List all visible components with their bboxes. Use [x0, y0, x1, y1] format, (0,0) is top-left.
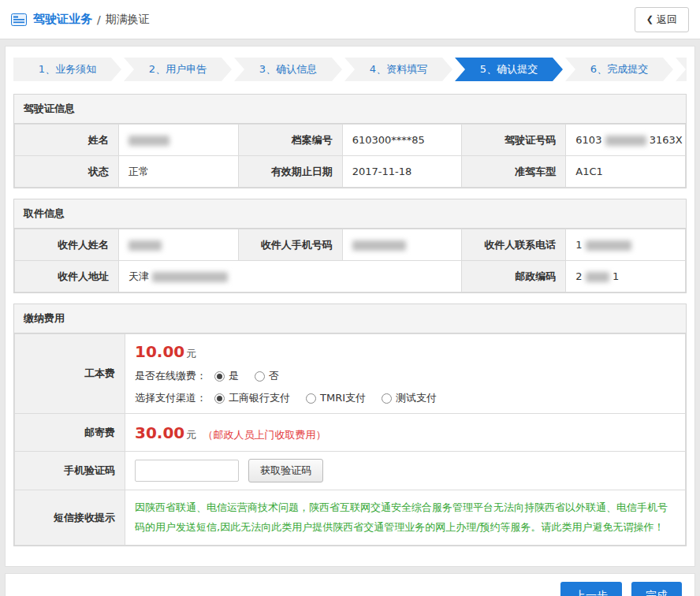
- pickup-info-table: 收件人姓名 收件人手机号码 收件人联系电话 1 收件人地址 天津 邮政编码 2: [14, 229, 686, 292]
- step-tab-6[interactable]: 6、完成提交: [565, 58, 673, 81]
- radio-checked-icon: [214, 371, 225, 382]
- field-value-file-no: 610300****85: [342, 125, 462, 156]
- sms-code-input[interactable]: [135, 460, 239, 482]
- field-value-expiry: 2017-11-18: [342, 156, 462, 188]
- radio-label: 工商银行支付: [229, 391, 290, 405]
- field-label-recipient-tel: 收件人联系电话: [462, 229, 566, 261]
- page-title: 驾驶证业务: [33, 12, 92, 27]
- redacted-recipient-tel: [586, 240, 631, 251]
- main-panel: 1、业务须知 2、用户申告 3、确认信息 4、资料填写 5、确认提交 6、完成提…: [5, 46, 695, 567]
- radio-online-pay-yes[interactable]: 是: [214, 369, 239, 383]
- get-code-button[interactable]: 获取验证码: [248, 459, 323, 482]
- step-tab-1[interactable]: 1、业务须知: [13, 58, 121, 81]
- postcode-suffix: 1: [612, 270, 619, 282]
- field-label-fee: 工本费: [15, 334, 125, 414]
- field-label-name: 姓名: [15, 125, 119, 156]
- topbar: 驾驶证业务 / 期满换证 ❮ 返回: [0, 0, 700, 39]
- online-pay-label: 是否在线缴费：: [135, 369, 207, 383]
- footer-bar: 上一步 完成: [5, 573, 695, 596]
- fee-amount-line: 10.00元: [135, 342, 676, 361]
- license-no-suffix: 3163X: [650, 134, 683, 146]
- recipient-tel-prefix: 1: [575, 239, 582, 251]
- field-label-vehicle-class: 准驾车型: [462, 156, 566, 188]
- field-label-captcha: 手机验证码: [15, 452, 125, 490]
- table-row: 邮寄费 30.00元 （邮政人员上门收取费用）: [15, 414, 686, 452]
- table-row: 收件人地址 天津 邮政编码 2 1: [15, 261, 686, 292]
- table-row: 短信接收提示 因陕西省联通、电信运营商技术问题，陕西省互联网交通安全综合服务管理…: [15, 490, 686, 546]
- redacted-address: [152, 272, 228, 282]
- captcha-cell: 获取验证码: [125, 452, 686, 490]
- table-row: 手机验证码 获取验证码: [15, 452, 686, 490]
- table-row: 收件人姓名 收件人手机号码 收件人联系电话 1: [15, 229, 686, 261]
- radio-label: TMRI支付: [320, 391, 366, 405]
- field-value-recipient-name: [119, 229, 239, 261]
- radio-channel-test[interactable]: 测试支付: [382, 391, 437, 405]
- field-label-expiry: 有效期止日期: [238, 156, 342, 188]
- field-label-recipient-name: 收件人姓名: [15, 229, 119, 261]
- payment-table: 工本费 10.00元 是否在线缴费： 是 否: [14, 333, 686, 546]
- field-value-status: 正常: [119, 156, 239, 188]
- page: { "header": { "title": "驾驶证业务", "separat…: [0, 0, 700, 596]
- field-label-postage: 邮寄费: [15, 414, 125, 452]
- back-button[interactable]: ❮ 返回: [635, 7, 689, 32]
- postage-note: （邮政人员上门收取费用）: [203, 429, 326, 441]
- field-label-status: 状态: [15, 156, 119, 188]
- section-pickup-info: 取件信息 收件人姓名 收件人手机号码 收件人联系电话 1 收件人地址 天津: [13, 199, 687, 293]
- postage-cell: 30.00元 （邮政人员上门收取费用）: [125, 414, 686, 452]
- radio-channel-tmri[interactable]: TMRI支付: [306, 391, 366, 405]
- license-info-table: 姓名 档案编号 610300****85 驾驶证号码 6103 3163X 状态…: [14, 124, 686, 188]
- radio-label: 是: [229, 369, 239, 383]
- fee-cell: 10.00元 是否在线缴费： 是 否 选择支: [125, 334, 686, 414]
- step-label: 4、资料填写: [370, 62, 427, 76]
- radio-online-pay-no[interactable]: 否: [255, 369, 279, 383]
- field-label-sms-tip: 短信接收提示: [15, 490, 125, 546]
- field-value-postcode: 2 1: [566, 261, 686, 292]
- prev-step-button[interactable]: 上一步: [560, 582, 622, 596]
- field-value-address: 天津: [119, 261, 462, 292]
- section-title: 取件信息: [14, 199, 686, 229]
- postcode-prefix: 2: [575, 270, 582, 282]
- step-tab-2[interactable]: 2、用户申告: [124, 58, 232, 81]
- step-tab-5-active[interactable]: 5、确认提交: [455, 58, 563, 81]
- steps-bar: 1、业务须知 2、用户申告 3、确认信息 4、资料填写 5、确认提交 6、完成提…: [13, 58, 687, 81]
- redacted-license-no: [605, 136, 646, 146]
- table-row: 状态 正常 有效期止日期 2017-11-18 准驾车型 A1C1: [15, 156, 686, 188]
- field-label-license-no: 驾驶证号码: [462, 125, 566, 156]
- step-label: 6、完成提交: [590, 62, 648, 76]
- radio-unchecked-icon: [306, 393, 316, 404]
- finish-button[interactable]: 完成: [631, 582, 682, 596]
- section-license-info: 驾驶证信息 姓名 档案编号 610300****85 驾驶证号码 6103 31…: [13, 94, 687, 188]
- step-tab-3[interactable]: 3、确认信息: [234, 58, 342, 81]
- section-title: 驾驶证信息: [14, 95, 686, 124]
- step-label: 2、用户申告: [149, 62, 207, 76]
- field-label-file-no: 档案编号: [238, 125, 342, 156]
- online-pay-row: 是否在线缴费： 是 否: [135, 369, 676, 383]
- license-business-icon: [11, 13, 27, 26]
- field-label-postcode: 邮政编码: [462, 261, 566, 292]
- fee-amount: 10.00: [135, 342, 184, 361]
- back-button-label: 返回: [657, 13, 677, 27]
- pay-channel-row: 选择支付渠道： 工商银行支付 TMRI支付 测试支付: [135, 391, 676, 405]
- field-value-license-no: 6103 3163X: [566, 125, 686, 156]
- section-payment: 缴纳费用 工本费 10.00元 是否在线缴费： 是: [13, 304, 687, 546]
- sms-tip-cell: 因陕西省联通、电信运营商技术问题，陕西省互联网交通安全综合服务管理平台无法向持陕…: [125, 490, 686, 546]
- section-title: 缴纳费用: [14, 304, 686, 333]
- radio-label: 测试支付: [396, 391, 437, 405]
- breadcrumb: 驾驶证业务 / 期满换证: [11, 12, 150, 27]
- fee-unit: 元: [186, 348, 196, 359]
- step-label: 5、确认提交: [480, 62, 538, 76]
- redacted-recipient-name: [128, 240, 162, 251]
- field-label-address: 收件人地址: [15, 261, 119, 292]
- step-tab-4[interactable]: 4、资料填写: [344, 58, 452, 81]
- step-label: 1、业务须知: [39, 62, 96, 76]
- radio-label: 否: [269, 369, 279, 383]
- steps-filler: [676, 58, 687, 81]
- field-value-name: [119, 125, 239, 156]
- field-label-recipient-mobile: 收件人手机号码: [238, 229, 342, 261]
- back-chevron-icon: ❮: [646, 14, 653, 24]
- radio-channel-icbc[interactable]: 工商银行支付: [214, 391, 290, 405]
- redacted-recipient-mobile: [352, 240, 406, 251]
- field-value-recipient-tel: 1: [566, 229, 686, 261]
- field-value-recipient-mobile: [342, 229, 462, 261]
- radio-checked-icon: [214, 393, 225, 404]
